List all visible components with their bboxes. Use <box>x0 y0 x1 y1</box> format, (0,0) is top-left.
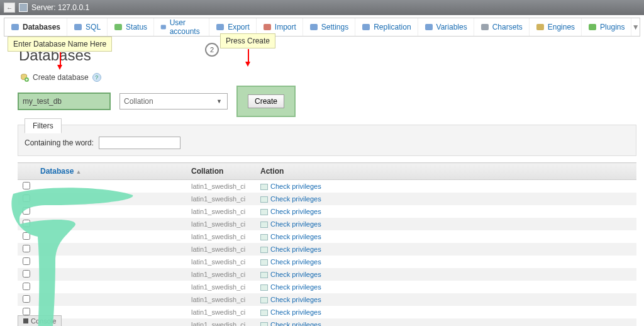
privileges-icon <box>260 310 268 316</box>
row-checkbox[interactable] <box>23 232 30 240</box>
row-checkbox[interactable] <box>23 257 30 265</box>
db-name-cell[interactable] <box>35 205 186 218</box>
database-add-icon <box>20 73 29 82</box>
tab-variables[interactable]: Variables <box>418 18 474 36</box>
col-collation[interactable]: Collation <box>186 163 255 180</box>
tab-more[interactable]: ▼ <box>631 18 640 36</box>
tab-engines[interactable]: Engines <box>530 18 582 36</box>
db-name-cell[interactable] <box>35 293 186 306</box>
help-icon[interactable]: ? <box>92 73 101 82</box>
nav-back-arrow[interactable]: ← <box>4 3 15 13</box>
database-name-input[interactable] <box>18 93 111 110</box>
table-row: latin1_swedish_ciCheck privileges <box>18 293 636 306</box>
table-row: latin1_swedish_ciCheck privileges <box>18 230 636 243</box>
row-checkbox[interactable] <box>23 295 30 303</box>
table-row: latin1_swedish_ciCheck privileges <box>18 205 636 218</box>
topbar: ← Server: 127.0.0.1 <box>0 0 644 15</box>
check-privileges-link[interactable]: Check privileges <box>270 183 321 190</box>
tab-settings[interactable]: Settings <box>303 18 355 36</box>
db-name-cell[interactable] <box>35 243 186 256</box>
annotation-tooltip-name: Enter Database Name Here <box>8 37 112 52</box>
privileges-icon <box>260 222 268 228</box>
table-row: latin1_swedish_ciCheck privileges <box>18 281 636 293</box>
col-database[interactable]: Database▲ <box>35 163 186 180</box>
tab-user-accounts[interactable]: User accounts <box>154 18 209 36</box>
collation-cell: latin1_swedish_ci <box>186 318 255 326</box>
privileges-icon <box>260 297 268 303</box>
collation-cell: latin1_swedish_ci <box>186 193 255 205</box>
row-checkbox[interactable] <box>23 308 30 315</box>
col-action: Action <box>255 163 636 180</box>
tab-charsets[interactable]: Charsets <box>474 18 530 36</box>
containing-label: Containing the word: <box>25 138 94 147</box>
check-privileges-link[interactable]: Check privileges <box>270 308 321 316</box>
sql-icon <box>74 23 82 31</box>
tab-replication[interactable]: Replication <box>355 18 418 36</box>
check-privileges-link[interactable]: Check privileges <box>270 321 321 326</box>
table-row: latin1_swedish_ciCheck privileges <box>18 218 636 230</box>
row-checkbox[interactable] <box>23 194 30 202</box>
db-name-cell[interactable] <box>35 281 186 293</box>
containing-word-input[interactable] <box>99 137 180 149</box>
check-privileges-link[interactable]: Check privileges <box>270 233 321 240</box>
row-checkbox[interactable] <box>23 220 30 227</box>
tab-databases[interactable]: Databases <box>4 18 67 36</box>
row-checkbox[interactable] <box>23 270 30 278</box>
row-checkbox[interactable] <box>23 207 30 215</box>
privileges-icon <box>260 322 268 326</box>
replication-icon <box>362 23 370 31</box>
svg-rect-7 <box>362 24 370 30</box>
tab-status[interactable]: Status <box>108 18 154 36</box>
main-tabs: DatabasesSQLStatusUser accountsExportImp… <box>4 18 640 37</box>
create-button[interactable]: Create <box>248 94 284 108</box>
engines-icon <box>536 23 545 31</box>
privileges-icon <box>260 234 268 240</box>
tab-sql[interactable]: SQL <box>67 18 108 36</box>
db-name-cell[interactable] <box>35 268 186 281</box>
step-badge: 2 <box>205 43 219 57</box>
collation-cell: latin1_swedish_ci <box>186 256 255 268</box>
check-privileges-link[interactable]: Check privileges <box>270 271 321 278</box>
create-button-highlight: Create <box>236 86 296 117</box>
charsets-icon <box>480 23 489 31</box>
check-privileges-link[interactable]: Check privileges <box>270 296 321 303</box>
privileges-icon <box>260 196 268 203</box>
table-row: latin1_swedish_ciCheck privileges <box>18 256 636 268</box>
collation-select[interactable]: Collation <box>119 93 228 110</box>
svg-rect-4 <box>216 24 224 30</box>
svg-rect-8 <box>425 24 433 30</box>
check-privileges-link[interactable]: Check privileges <box>270 258 321 266</box>
check-privileges-link[interactable]: Check privileges <box>270 195 321 203</box>
svg-rect-3 <box>161 25 166 30</box>
privileges-icon <box>260 184 268 190</box>
table-row: latin1_swedish_ciCheck privileges <box>18 193 636 205</box>
check-privileges-link[interactable]: Check privileges <box>270 208 321 215</box>
check-privileges-link[interactable]: Check privileges <box>270 245 321 253</box>
db-name-cell[interactable] <box>35 180 186 193</box>
db-name-cell[interactable] <box>35 193 186 205</box>
tab-plugins[interactable]: Plugins <box>582 18 631 36</box>
row-checkbox[interactable] <box>23 245 30 252</box>
check-privileges-link[interactable]: Check privileges <box>270 283 321 291</box>
check-privileges-link[interactable]: Check privileges <box>270 220 321 228</box>
export-icon <box>216 23 225 31</box>
svg-rect-11 <box>589 24 596 30</box>
row-checkbox[interactable] <box>23 182 30 189</box>
filters-tab[interactable]: Filters <box>25 118 62 133</box>
svg-rect-6 <box>310 24 318 30</box>
row-checkbox[interactable] <box>23 283 30 290</box>
db-name-cell[interactable] <box>35 230 186 243</box>
db-name-cell[interactable] <box>35 218 186 230</box>
svg-rect-10 <box>536 24 544 30</box>
console-tab[interactable]: Console <box>18 315 62 326</box>
table-row: latin1_swedish_ciCheck privileges <box>18 268 636 281</box>
privileges-icon <box>260 209 268 215</box>
collation-cell: latin1_swedish_ci <box>186 243 255 256</box>
status-icon <box>114 23 123 31</box>
table-row: omalatin1_swedish_ciCheck privileges <box>18 318 636 326</box>
privileges-icon <box>260 259 268 266</box>
arrow-icon <box>245 62 250 67</box>
collation-cell: latin1_swedish_ci <box>186 218 255 230</box>
db-name-cell[interactable] <box>35 256 186 268</box>
svg-rect-5 <box>264 24 271 30</box>
